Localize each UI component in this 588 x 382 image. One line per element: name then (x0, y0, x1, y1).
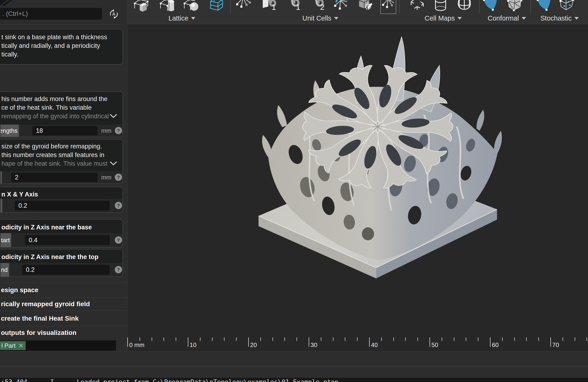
group-label: Lattice (168, 15, 188, 22)
input-row: 0.2 ? (0, 199, 123, 212)
chevron-down-icon (458, 17, 462, 20)
group-label: Conformal (488, 15, 519, 22)
ruler-label: 60 (492, 341, 499, 349)
section-label: outputs for visualization (1, 329, 77, 337)
ruler-label: 50 (431, 341, 438, 349)
periodicity-z-base-input[interactable]: 0.4 (25, 235, 110, 245)
section-design-space[interactable]: esign space (0, 282, 127, 297)
cell-map-box-icon[interactable] (409, 0, 425, 14)
gyroid-sheet-1b-icon[interactable]: 1 (287, 0, 302, 14)
model-gyroid-heat-sink (246, 23, 512, 294)
svg-text:2: 2 (320, 2, 325, 11)
card-title: odicity in Z Axis near the base (1, 224, 92, 231)
remap-arrow-icon[interactable] (333, 0, 349, 14)
lattice-sphere-icon[interactable] (183, 0, 199, 14)
cell-map-sphere-icon[interactable] (456, 0, 472, 14)
lattice-cylinder-icon[interactable] (160, 0, 175, 14)
note-text: tically. (1, 51, 19, 58)
chevron-down-icon (191, 17, 195, 20)
input-row: nd 0.2 ? (0, 263, 123, 276)
unit-label: mm (101, 174, 111, 181)
field-label: nd (0, 263, 9, 276)
part-chip[interactable]: l Part ✕ (0, 341, 26, 350)
toolbar-group-conformal[interactable]: Conformal (488, 14, 526, 23)
divider (0, 24, 127, 24)
autocomplete-toggle-icon[interactable]: A (108, 8, 120, 20)
chevron-down-icon (574, 17, 579, 20)
expand-chevron-icon[interactable] (109, 161, 117, 166)
section-outputs[interactable]: outputs for visualization (0, 326, 127, 339)
section-final-heat-sink[interactable]: create the final Heat Sink (0, 311, 127, 326)
stochastic-surface-icon[interactable] (536, 0, 552, 14)
part-reference-input[interactable]: l Part ✕ (0, 340, 116, 351)
svg-text:A: A (112, 11, 116, 17)
note-text: his number adds more fins around the (1, 95, 107, 103)
help-icon[interactable]: ? (115, 236, 122, 244)
periodicity-z-top-input[interactable]: 0.2 (22, 265, 110, 275)
input-card-periodicity-xy: n X & Y Axis 0.2 ? (0, 187, 123, 213)
ruler-label: 40 (371, 341, 378, 349)
edit-cell-icon[interactable] (357, 0, 373, 14)
help-icon[interactable]: ? (115, 127, 122, 134)
input-row: tart 0.4 ? (0, 233, 123, 247)
help-icon[interactable]: ? (115, 202, 122, 209)
toolbar-group-stochastic[interactable]: Stochastic (540, 14, 579, 23)
note-text: remapping of the gyroid into cylindrical (1, 113, 109, 120)
input-card-wavelength: his number adds more fins around the ce … (0, 91, 123, 137)
cell-size-value-input[interactable]: 2 (11, 173, 98, 182)
svg-text:1: 1 (296, 2, 300, 11)
toolbar-group-cell-maps[interactable]: Cell Maps (425, 14, 462, 23)
chevron-down-icon (334, 17, 338, 20)
card-title: n X & Y Axis (1, 191, 38, 198)
ruler-label: 30 (311, 341, 317, 349)
ruler-label: 20 (250, 341, 257, 349)
toolbar-separator (531, 0, 531, 14)
status-log-bar: :53.404 I Loaded project from C:\Program… (0, 378, 588, 382)
input-card-periodicity-z-top: odicity in Z Axis near the the top nd 0.… (0, 249, 123, 277)
ribbon-toolbar: 1 1 2 (127, 0, 588, 24)
help-icon[interactable]: ? (115, 266, 122, 273)
close-icon[interactable]: ✕ (19, 342, 23, 349)
gyroid-sheet-1-icon[interactable]: 1 (262, 0, 278, 14)
stochastic-wire-icon[interactable] (559, 0, 575, 14)
group-label: Stochastic (540, 15, 572, 22)
section-label: rically remapped gyroid field (1, 300, 90, 308)
conformal-block-icon[interactable] (507, 0, 523, 14)
conformal-surface-icon[interactable] (483, 0, 498, 14)
toolbar-separator (479, 0, 480, 14)
ruler-major-ticks (127, 338, 588, 347)
cell-map-cylinder-icon[interactable] (433, 0, 448, 14)
framed-node-icon[interactable] (380, 0, 396, 14)
group-label: Cell Maps (425, 15, 455, 22)
note-text: hape of the heat sink. This value must (1, 160, 107, 167)
note-text: ce of the heat sink. This variable (1, 104, 92, 111)
note-text: tically and radially, and a periodicity (1, 42, 100, 49)
toolbar-separator (399, 0, 400, 14)
bottom-bar-secondary (0, 366, 588, 378)
viewport-ruler: 0 mm 10 20 30 40 50 60 70 (127, 337, 588, 351)
notebook-panel: A t sink on a base plate with a thicknes… (0, 0, 127, 351)
gyroid-sheet-2-icon[interactable]: 2 (311, 0, 327, 14)
svg-text:1: 1 (272, 2, 276, 11)
viewport-3d[interactable]: 0 mm 10 20 30 40 50 60 70 (127, 24, 588, 351)
wavelength-value-input[interactable]: 18 (32, 126, 98, 135)
chevron-down-icon (522, 17, 526, 20)
periodicity-xy-input[interactable]: 0.2 (15, 201, 110, 211)
section-remapped-gyroid[interactable]: rically remapped gyroid field (0, 297, 127, 311)
toolbar-group-lattice[interactable]: Lattice (168, 14, 195, 23)
bottom-bar (0, 351, 588, 366)
node-beam-icon[interactable] (235, 0, 251, 14)
note-text: size of the gyroid before remapping. (1, 143, 102, 150)
toolbar-group-unit-cells[interactable]: Unit Cells (302, 14, 338, 23)
unit-label: mm (101, 127, 111, 134)
note-text: t sink on a base plate with a thickness (1, 34, 107, 41)
note-card-description: t sink on a base plate with a thickness … (0, 29, 123, 65)
log-message: :53.404 I Loaded project from C:\Program… (1, 378, 338, 382)
search-input[interactable] (0, 8, 102, 20)
unit-cell-box-icon[interactable] (208, 0, 224, 14)
expand-chevron-icon[interactable] (109, 114, 117, 118)
ruler-label: 70 (552, 341, 559, 349)
part-chip-label: l Part (1, 342, 16, 349)
help-icon[interactable]: ? (115, 174, 122, 181)
lattice-cube-icon[interactable] (133, 0, 149, 14)
